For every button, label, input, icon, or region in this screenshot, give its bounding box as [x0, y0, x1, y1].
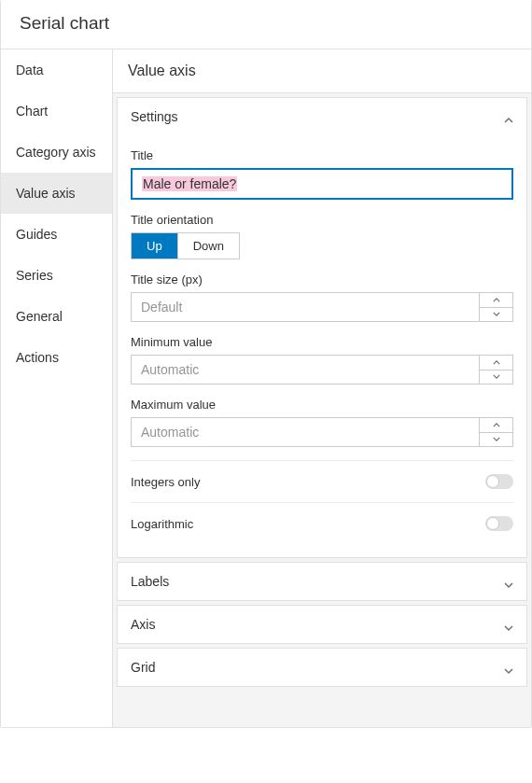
minimum-increment-button[interactable]	[480, 356, 512, 371]
field-minimum: Minimum value	[131, 335, 513, 385]
orientation-label: Title orientation	[131, 213, 513, 227]
section-settings-header[interactable]: Settings	[118, 98, 526, 135]
logarithmic-label: Logarithmic	[131, 517, 193, 531]
title-input-value: Male or female?	[142, 176, 237, 191]
minimum-label: Minimum value	[131, 335, 513, 349]
section-axis-title: Axis	[131, 617, 155, 632]
orientation-down-button[interactable]: Down	[178, 233, 239, 259]
switch-knob	[486, 475, 499, 488]
title-size-stepper-buttons	[479, 293, 512, 321]
field-maximum: Maximum value	[131, 398, 513, 447]
integers-only-label: Integers only	[131, 475, 200, 489]
minimum-input[interactable]	[132, 356, 479, 384]
chevron-down-icon	[504, 577, 513, 586]
minimum-decrement-button[interactable]	[480, 371, 512, 385]
maximum-increment-button[interactable]	[480, 418, 512, 433]
maximum-stepper	[131, 417, 513, 447]
panel-header: Serial chart	[1, 0, 531, 49]
maximum-stepper-buttons	[479, 418, 512, 446]
section-settings-body: Title Male or female? Title orientation …	[118, 148, 526, 557]
section-labels-title: Labels	[131, 574, 169, 589]
chevron-down-icon	[504, 620, 513, 629]
chevron-up-icon	[504, 112, 513, 121]
logarithmic-switch[interactable]	[485, 516, 513, 531]
section-settings-title: Settings	[131, 109, 178, 124]
maximum-decrement-button[interactable]	[480, 433, 512, 447]
field-orientation: Title orientation Up Down	[131, 213, 513, 259]
section-grid: Grid	[117, 648, 527, 687]
section-axis-header[interactable]: Axis	[118, 606, 526, 643]
sidebar-item-guides[interactable]: Guides	[1, 214, 112, 255]
panel-title: Serial chart	[20, 13, 512, 34]
sidebar-item-category-axis[interactable]: Category axis	[1, 132, 112, 173]
title-size-decrement-button[interactable]	[480, 308, 512, 322]
maximum-label: Maximum value	[131, 398, 513, 412]
title-input[interactable]: Male or female?	[131, 168, 513, 200]
switch-knob	[486, 517, 499, 530]
section-labels: Labels	[117, 562, 527, 601]
sidebar-item-data[interactable]: Data	[1, 49, 112, 91]
title-size-increment-button[interactable]	[480, 293, 512, 308]
sidebar-item-actions[interactable]: Actions	[1, 337, 112, 378]
sidebar-item-series[interactable]: Series	[1, 255, 112, 296]
section-axis: Axis	[117, 605, 527, 644]
row-integers-only: Integers only	[131, 461, 513, 502]
section-grid-title: Grid	[131, 660, 155, 675]
orientation-up-button[interactable]: Up	[132, 233, 178, 259]
title-size-label: Title size (px)	[131, 273, 513, 287]
orientation-toggle: Up Down	[131, 232, 240, 259]
minimum-stepper-buttons	[479, 356, 512, 384]
section-settings: Settings Title Male or female? Title ori…	[117, 97, 527, 558]
section-labels-header[interactable]: Labels	[118, 563, 526, 600]
panel-body: Data Chart Category axis Value axis Guid…	[1, 49, 531, 727]
config-panel: Serial chart Data Chart Category axis Va…	[0, 0, 532, 728]
sidebar-item-value-axis[interactable]: Value axis	[1, 173, 112, 214]
field-title: Title Male or female?	[131, 148, 513, 200]
minimum-stepper	[131, 355, 513, 385]
sidebar-item-chart[interactable]: Chart	[1, 91, 112, 132]
maximum-input[interactable]	[132, 418, 479, 446]
title-size-input[interactable]	[132, 293, 479, 321]
section-grid-header[interactable]: Grid	[118, 649, 526, 686]
integers-only-switch[interactable]	[485, 474, 513, 489]
sidebar-item-general[interactable]: General	[1, 296, 112, 337]
sidebar: Data Chart Category axis Value axis Guid…	[1, 49, 113, 727]
main-title: Value axis	[113, 49, 531, 93]
title-size-stepper	[131, 292, 513, 322]
title-label: Title	[131, 148, 513, 162]
chevron-down-icon	[504, 663, 513, 672]
field-title-size: Title size (px)	[131, 273, 513, 322]
main-content: Value axis Settings Title Male or female…	[113, 49, 531, 727]
sections-container: Settings Title Male or female? Title ori…	[113, 93, 531, 727]
row-logarithmic: Logarithmic	[131, 502, 513, 544]
